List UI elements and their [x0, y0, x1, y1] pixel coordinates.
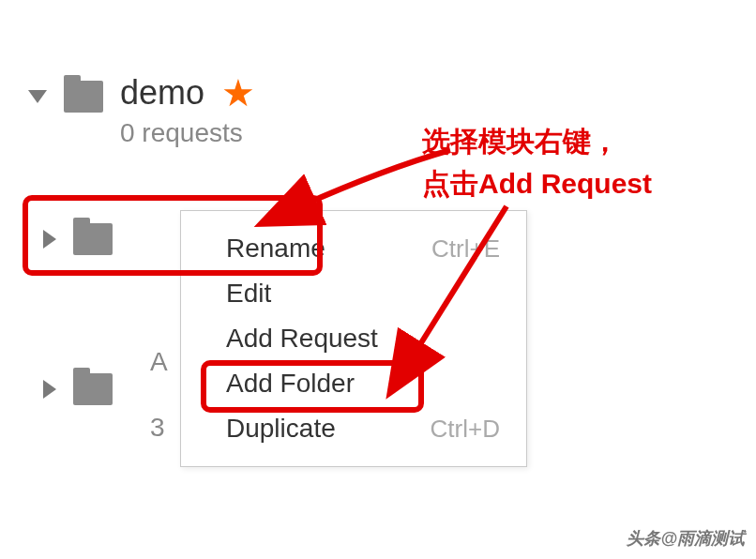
collection-subtitle: 0 requests [120, 118, 255, 148]
menu-item-add-request[interactable]: Add Request [181, 316, 526, 361]
annotation-text: 选择模块右键， 点击Add Request [422, 120, 652, 204]
subfolder-row[interactable] [43, 223, 113, 255]
folder-label-a: A [150, 347, 168, 377]
subfolder-row-2[interactable] [43, 373, 113, 405]
annotation-line-1: 选择模块右键， [422, 120, 652, 162]
annotation-line-2: 点击Add Request [422, 162, 652, 204]
menu-label: Edit [226, 279, 271, 309]
collection-text: demo ★ 0 requests [120, 73, 255, 148]
menu-shortcut: Ctrl+D [431, 415, 500, 444]
menu-label: Rename [226, 234, 325, 264]
folder-icon [73, 223, 113, 255]
menu-shortcut: Ctrl+E [431, 234, 500, 264]
collection-row[interactable]: demo ★ 0 requests [28, 73, 255, 148]
menu-item-duplicate[interactable]: Duplicate Ctrl+D [181, 406, 526, 451]
collection-title[interactable]: demo [120, 73, 204, 113]
star-icon[interactable]: ★ [221, 74, 255, 112]
watermark: 头条@雨滴测试 [627, 527, 745, 550]
menu-label: Add Request [226, 324, 378, 354]
context-menu: Rename Ctrl+E Edit Add Request Add Folde… [180, 210, 527, 467]
menu-item-add-folder[interactable]: Add Folder [181, 361, 526, 406]
menu-label: Duplicate [226, 414, 336, 444]
menu-item-rename[interactable]: Rename Ctrl+E [181, 226, 526, 271]
folder-icon [73, 373, 113, 405]
expand-icon[interactable] [43, 380, 56, 399]
folder-sub-count: 3 [150, 413, 165, 443]
folder-icon [64, 81, 103, 113]
menu-item-edit[interactable]: Edit [181, 271, 526, 316]
expand-icon[interactable] [43, 230, 56, 249]
menu-label: Add Folder [226, 369, 355, 399]
collapse-icon[interactable] [28, 90, 47, 103]
